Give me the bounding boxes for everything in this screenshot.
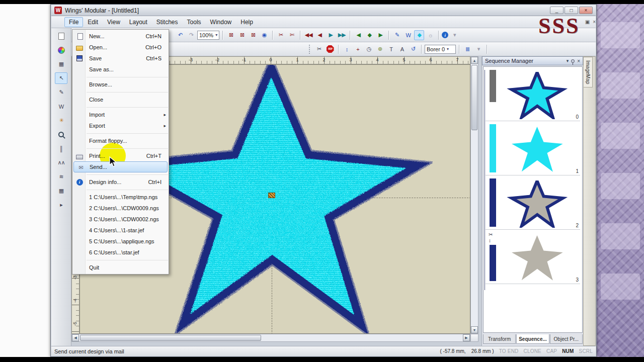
scroll-up-icon[interactable]: ▲ <box>471 57 478 64</box>
file-menu-item-import[interactable]: Import ▸ <box>72 109 169 120</box>
menu-file[interactable]: File <box>64 17 83 27</box>
stitch-view-b-icon[interactable]: ⊠ <box>237 30 247 40</box>
file-menu-recent-4[interactable]: 4 C:\Users\...\1-star.jef <box>72 225 169 236</box>
nav-first-icon[interactable]: ◀◀ <box>303 30 313 40</box>
menu-help[interactable]: Help <box>236 17 258 27</box>
globe-icon[interactable]: ⊕ <box>375 44 385 54</box>
object-shape-icon[interactable]: ◆ <box>364 30 374 40</box>
tab-sequence[interactable]: Sequence... <box>516 334 549 344</box>
menu-separator <box>87 145 168 149</box>
menu-edit[interactable]: Edit <box>83 17 103 27</box>
letter-a-icon[interactable]: A <box>397 44 407 54</box>
nav-prev-icon[interactable]: ◀ <box>314 30 325 40</box>
tool-palette: ▦ ↖ ✎ W ✳ ║ ∧∧ ≋ ▦ ▸ <box>51 28 71 346</box>
sequence-item[interactable]: 2 <box>486 176 580 230</box>
clock-icon[interactable]: ◷ <box>364 44 374 54</box>
zoom-tool-icon[interactable] <box>55 129 67 140</box>
redo-icon[interactable]: ↷ <box>186 30 196 40</box>
chevron-down-icon[interactable]: ▾ <box>449 30 459 40</box>
rotate-icon[interactable]: ↺ <box>408 44 418 54</box>
pin-icon[interactable] <box>571 59 575 63</box>
stitch-view-a-icon[interactable]: ⊠ <box>226 30 236 40</box>
shape-diamond-icon[interactable]: ◆ <box>414 30 424 40</box>
menu-stitches[interactable]: Stitches <box>152 17 183 27</box>
thread-color-bar <box>490 245 496 281</box>
new-document-icon[interactable] <box>55 30 67 42</box>
zoom-combo[interactable]: 100% ▾ <box>197 31 219 40</box>
settings-sun-icon[interactable]: ☼ <box>425 30 435 40</box>
trim-b-icon[interactable]: ✄ <box>287 30 297 40</box>
text-tool-icon[interactable]: T <box>386 44 396 54</box>
satin-stitch-icon[interactable]: ≋ <box>55 171 67 183</box>
lettering-icon[interactable]: W <box>55 101 67 112</box>
file-menu-item-save[interactable]: Save Ctrl+S <box>72 53 169 64</box>
design-browser-icon[interactable]: ▦ <box>55 58 67 70</box>
app-logo-icon: W <box>54 7 62 14</box>
star-tool-icon[interactable]: ✳ <box>55 115 67 126</box>
menu-layout[interactable]: Layout <box>125 17 152 27</box>
scroll-left-icon[interactable]: ◀ <box>72 334 79 341</box>
file-menu-item-open[interactable]: Open... Ctrl+O <box>72 42 169 53</box>
object-next-icon[interactable]: ▶ <box>375 30 385 40</box>
undo-icon[interactable]: ↶ <box>175 30 185 40</box>
nav-next-icon[interactable]: ▶ <box>326 30 336 40</box>
panel-close-icon[interactable]: × <box>577 58 580 64</box>
horizontal-scroll-thumb[interactable] <box>80 335 261 341</box>
file-menu: New... Ctrl+N Open... Ctrl+O Save Ctrl+S… <box>72 29 169 275</box>
mdi-restore-icon[interactable]: ▣ <box>585 19 590 25</box>
needle-bar-icon[interactable]: ‖‖ <box>462 44 472 54</box>
preview-eye-icon[interactable]: ◉ <box>259 30 269 40</box>
scissors-icon[interactable]: ✂ <box>314 44 324 54</box>
measure-icon[interactable]: ✎ <box>392 30 402 40</box>
video-thumbnail <box>601 22 640 48</box>
file-menu-item-print[interactable]: Print... Ctrl+T <box>72 150 169 161</box>
menu-item-label: Open... <box>89 44 107 50</box>
chevron-down-icon[interactable]: ▾ <box>473 44 484 54</box>
panel-menu-icon[interactable]: ▾ <box>567 58 569 63</box>
running-stitch-icon[interactable]: ║ <box>55 143 67 154</box>
select-object-icon[interactable]: ↖ <box>55 72 67 84</box>
menu-view[interactable]: View <box>103 17 125 27</box>
pattern-grid-icon[interactable]: ▦ <box>55 185 67 197</box>
vertical-scroll-thumb[interactable] <box>471 65 477 130</box>
object-prev-icon[interactable]: ◀ <box>353 30 363 40</box>
menu-window[interactable]: Window <box>206 17 236 27</box>
title-bar[interactable]: W Wings' Modular - [Untitled1] _ □ × <box>51 5 596 16</box>
nav-last-icon[interactable]: ▶▶ <box>337 30 347 40</box>
toolbar-grip[interactable] <box>309 45 311 54</box>
tab-object-properties[interactable]: Object Pr... <box>550 334 583 344</box>
zigzag-stitch-icon[interactable]: ∧∧ <box>55 157 67 168</box>
origin-cross-icon[interactable]: + <box>353 44 363 54</box>
file-menu-recent-2[interactable]: 2 C:\Users\...\CDW0009.ngs <box>72 203 169 214</box>
vertical-scrollbar[interactable]: ▲ ▼ <box>470 56 478 334</box>
file-menu-recent-5[interactable]: 5 C:\Users\...\applique.ngs <box>72 236 169 247</box>
color-palette-icon[interactable] <box>55 44 67 56</box>
panel-expand-icon[interactable]: ▸ <box>55 199 67 211</box>
file-menu-recent-1[interactable]: 1 C:\Users\...\Temp\tmp.ngs <box>72 192 169 203</box>
mdi-close-icon[interactable]: × <box>593 19 596 25</box>
scroll-down-icon[interactable]: ▼ <box>471 326 478 333</box>
stitch-view-c-icon[interactable]: ⊠ <box>248 30 258 40</box>
needle-updown-icon[interactable]: ↕ <box>342 44 352 54</box>
edit-pen-icon[interactable]: ✎ <box>55 86 67 98</box>
file-menu-item-quit[interactable]: Quit <box>72 262 169 273</box>
sequence-item[interactable]: 1 <box>486 122 580 175</box>
info-icon[interactable]: i <box>442 32 448 38</box>
tab-transform[interactable]: Transform <box>483 334 516 344</box>
tab-imagemap[interactable]: ImageMap <box>584 57 593 87</box>
file-menu-recent-3[interactable]: 3 C:\Users\...\CDW0002.ngs <box>72 214 169 225</box>
file-menu-item-new[interactable]: New... Ctrl+N <box>72 31 169 42</box>
horizontal-scrollbar[interactable]: ◀ ▶ <box>71 334 470 342</box>
chevron-down-icon: ▾ <box>215 33 217 37</box>
borer-combo[interactable]: Borer 0 ▾ <box>425 45 456 54</box>
ruler-number: -3 <box>189 57 193 62</box>
sequence-manager-header[interactable]: Sequence Manager ▾ × <box>482 56 583 65</box>
scroll-right-icon[interactable]: ▶ <box>463 334 470 341</box>
close-button[interactable]: × <box>579 7 593 14</box>
menu-tools[interactable]: Tools <box>183 17 206 27</box>
sequence-item[interactable]: 0 <box>486 68 580 121</box>
sequence-item[interactable]: ✂ ↕ 3 <box>486 231 580 284</box>
w-tool-icon[interactable]: W <box>403 30 413 40</box>
trim-a-icon[interactable]: ✂ <box>276 30 286 40</box>
stop-icon[interactable]: STOP <box>325 44 335 54</box>
